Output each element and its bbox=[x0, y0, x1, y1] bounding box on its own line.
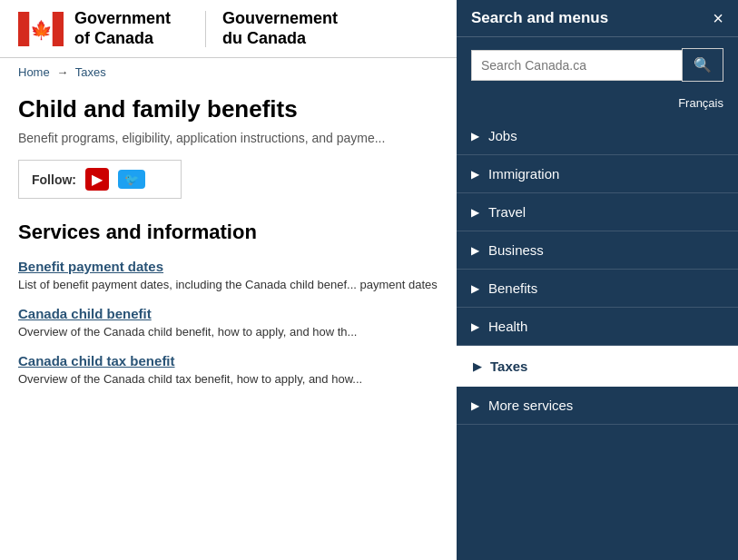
benefit-payment-dates-link[interactable]: Benefit payment dates bbox=[18, 259, 163, 274]
nav-item-benefits[interactable]: ▶ Benefits bbox=[457, 270, 738, 308]
panel-header: Search and menus × bbox=[457, 0, 738, 37]
svg-text:🍁: 🍁 bbox=[30, 19, 53, 41]
chevron-right-icon: ▶ bbox=[471, 320, 479, 333]
search-button[interactable]: 🔍 bbox=[682, 48, 723, 82]
nav-item-label: Business bbox=[488, 242, 544, 258]
chevron-right-icon: ▶ bbox=[471, 130, 479, 142]
chevron-right-icon: ▶ bbox=[471, 206, 479, 219]
title-divider bbox=[205, 11, 206, 47]
nav-item-label: More services bbox=[488, 398, 573, 413]
follow-bar: Follow: ▶ 🐦 bbox=[18, 160, 182, 199]
canada-flag: 🍁 bbox=[18, 12, 64, 46]
gov-title-fr: Gouvernement du Canada bbox=[222, 9, 338, 48]
breadcrumb-taxes[interactable]: Taxes bbox=[75, 65, 106, 79]
nav-item-label: Taxes bbox=[490, 359, 527, 374]
chevron-right-icon: ▶ bbox=[471, 244, 479, 257]
nav-item-label: Benefits bbox=[488, 280, 537, 296]
chevron-right-icon: ▶ bbox=[473, 360, 481, 373]
panel-search-area: 🔍 bbox=[457, 37, 738, 93]
nav-item-business[interactable]: ▶ Business bbox=[457, 231, 738, 270]
nav-item-label: Health bbox=[488, 319, 527, 334]
search-input[interactable] bbox=[471, 50, 682, 81]
chevron-right-icon: ▶ bbox=[471, 168, 479, 181]
chevron-right-icon: ▶ bbox=[471, 399, 479, 412]
nav-item-immigration[interactable]: ▶ Immigration bbox=[457, 155, 738, 193]
nav-item-more-services[interactable]: ▶ More services bbox=[457, 387, 738, 425]
search-icon: 🔍 bbox=[694, 57, 712, 73]
chevron-right-icon: ▶ bbox=[471, 282, 479, 295]
nav-item-travel[interactable]: ▶ Travel bbox=[457, 193, 738, 231]
panel-close-button[interactable]: × bbox=[713, 9, 723, 27]
nav-item-health[interactable]: ▶ Health bbox=[457, 308, 738, 346]
francais-anchor[interactable]: Français bbox=[678, 96, 723, 110]
youtube-button[interactable]: ▶ bbox=[85, 168, 109, 191]
nav-item-jobs[interactable]: ▶ Jobs bbox=[457, 117, 738, 155]
youtube-icon: ▶ bbox=[92, 171, 103, 188]
canada-child-tax-benefit-link[interactable]: Canada child tax benefit bbox=[18, 353, 175, 368]
svg-rect-1 bbox=[53, 12, 64, 46]
nav-item-taxes[interactable]: ▶ Taxes bbox=[457, 346, 738, 387]
nav-item-label: Travel bbox=[488, 204, 526, 220]
twitter-button[interactable]: 🐦 bbox=[118, 170, 145, 189]
twitter-icon: 🐦 bbox=[124, 172, 139, 186]
nav-item-label: Jobs bbox=[488, 128, 517, 143]
nav-item-label: Immigration bbox=[488, 166, 559, 182]
francais-link: Français bbox=[457, 93, 738, 117]
canada-child-benefit-link[interactable]: Canada child benefit bbox=[18, 306, 152, 321]
breadcrumb-home[interactable]: Home bbox=[18, 65, 50, 79]
main-nav: ▶ Jobs ▶ Immigration ▶ Travel ▶ Business… bbox=[457, 117, 738, 560]
svg-rect-0 bbox=[18, 12, 30, 46]
gov-title-en: Government of Canada bbox=[74, 9, 189, 48]
search-menu-panel: Search and menus × 🔍 Français ▶ Jobs ▶ I… bbox=[457, 0, 738, 560]
follow-label: Follow: bbox=[32, 172, 76, 187]
breadcrumb-arrow: → bbox=[56, 65, 68, 79]
panel-title: Search and menus bbox=[471, 9, 608, 27]
